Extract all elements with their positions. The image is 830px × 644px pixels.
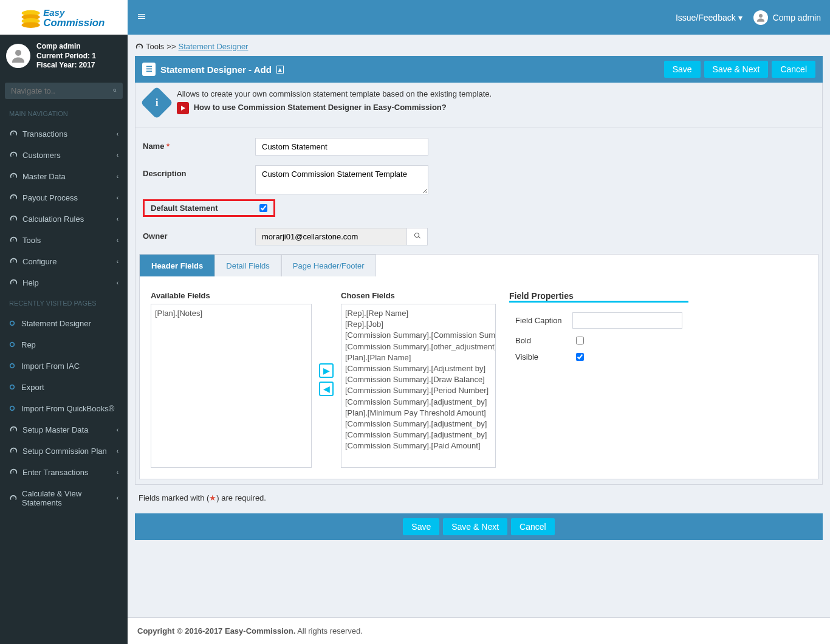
list-item[interactable]: [Commission Summary].[Draw Balance] (345, 374, 492, 385)
svg-text:Easy: Easy (43, 7, 65, 18)
list-item[interactable]: [Rep].[Rep Name] (345, 308, 492, 319)
sidebar-item-calculate-view-statements[interactable]: Calculate & View Statements‹ (0, 483, 128, 513)
available-fields-list[interactable]: [Plan].[Notes] (151, 304, 312, 468)
sidebar-item-enter-transactions[interactable]: Enter Transactions‹ (0, 462, 128, 483)
svg-point-3 (22, 22, 40, 27)
save-button-bottom[interactable]: Save (403, 518, 439, 535)
list-item[interactable]: [Commission Summary].[Paid Amount] (345, 440, 492, 451)
svg-point-8 (10, 343, 15, 347)
sidebar-item-customers[interactable]: Customers‹ (0, 145, 128, 166)
required-note: Fields marked with (★) are required. (135, 485, 823, 507)
info-icon: i (140, 86, 173, 119)
bold-checkbox[interactable] (576, 337, 584, 344)
move-left-button[interactable]: ◀ (319, 382, 334, 396)
list-item[interactable]: [Plan].[Notes] (155, 308, 307, 319)
user-fiscal: Fiscal Year: 2017 (36, 61, 96, 70)
chosen-fields-list[interactable]: [Rep].[Rep Name][Rep].[Job][Commission S… (341, 304, 496, 468)
logo[interactable]: Easy Commission (0, 0, 128, 35)
description-input[interactable]: Custom Commission Statement Template (255, 165, 428, 194)
recent-header: RECENTLY VISITED PAGES (0, 293, 128, 313)
recent-item[interactable]: Import From QuickBooks® (0, 398, 128, 419)
caret-down-icon: ▾ (738, 13, 743, 22)
topbar-user[interactable]: Comp admin (753, 10, 821, 25)
tab-page-header-footer[interactable]: Page Header/Footer (281, 255, 376, 276)
avatar-icon (753, 10, 768, 25)
cancel-button[interactable]: Cancel (772, 61, 815, 78)
search-input[interactable] (11, 86, 113, 95)
visible-checkbox[interactable] (576, 353, 584, 361)
name-input[interactable] (255, 138, 428, 156)
document-icon: ☰ (142, 63, 156, 76)
recent-item[interactable]: Statement Designer (0, 313, 128, 334)
list-item[interactable]: [Plan].[Plan Name] (345, 352, 492, 363)
list-item[interactable]: [Commission Summary].[Period Number] (345, 385, 492, 396)
play-icon[interactable] (177, 102, 189, 114)
page-title: Statement Designer - Add (160, 64, 272, 75)
menu-toggle[interactable] (137, 12, 146, 23)
cancel-button-bottom[interactable]: Cancel (511, 518, 555, 535)
owner-lookup-button[interactable] (407, 228, 428, 245)
move-right-button[interactable]: ▶ (319, 363, 334, 378)
sidebar-item-setup-master-data[interactable]: Setup Master Data‹ (0, 419, 128, 440)
list-item[interactable]: [Commission Summary].[other_adjustment] (345, 341, 492, 352)
list-item[interactable]: [Commission Summary].[adjustment_by] (345, 430, 492, 440)
collapse-icon[interactable]: ▴ (276, 66, 284, 74)
sidebar-item-setup-commission-plan[interactable]: Setup Commission Plan‹ (0, 440, 128, 462)
svg-point-12 (759, 14, 763, 18)
panel-header: ☰ Statement Designer - Add ▴ Save Save &… (135, 56, 823, 83)
sidebar-item-transactions[interactable]: Transactions‹ (0, 123, 128, 145)
breadcrumb: Tools >> Statement Designer (135, 42, 823, 51)
default-statement-highlight: Default Statement (143, 199, 275, 217)
user-name: Comp admin (36, 42, 96, 52)
list-item[interactable]: [Rep].[Job] (345, 319, 492, 330)
list-item[interactable]: [Plan].[Minimum Pay Threshold Amount] (345, 408, 492, 419)
user-panel: Comp admin Current Period: 1 Fiscal Year… (0, 35, 128, 78)
svg-text:Commission: Commission (43, 17, 105, 29)
tab-header-fields[interactable]: Header Fields (140, 255, 214, 276)
footer: Copyright © 2016-2017 Easy-Commission. A… (128, 617, 830, 644)
list-item[interactable]: [Commission Summary].[Commission Summary… (345, 330, 492, 341)
sidebar-item-help[interactable]: Help‹ (0, 272, 128, 293)
sidebar-item-payout-process[interactable]: Payout Process‹ (0, 187, 128, 208)
save-next-button[interactable]: Save & Next (704, 61, 769, 78)
dashboard-icon (135, 43, 143, 51)
howto-link[interactable]: How to use Commission Statement Designer… (194, 103, 447, 112)
owner-input (255, 228, 407, 245)
list-item[interactable]: [Commission Summary].[adjustment_by] (345, 419, 492, 430)
search-icon (113, 86, 117, 95)
field-caption-input[interactable] (572, 312, 682, 329)
nav-search[interactable] (5, 83, 123, 99)
breadcrumb-link[interactable]: Statement Designer (179, 42, 249, 51)
svg-point-7 (10, 321, 15, 326)
avatar (6, 44, 30, 68)
default-statement-checkbox[interactable] (259, 204, 267, 212)
svg-point-9 (10, 364, 15, 368)
user-period: Current Period: 1 (36, 52, 96, 61)
save-next-button-bottom[interactable]: Save & Next (443, 518, 507, 535)
issue-feedback-link[interactable]: Issue/Feedback ▾ (676, 13, 743, 22)
svg-point-6 (15, 50, 21, 56)
svg-point-11 (10, 406, 15, 411)
sidebar-item-configure[interactable]: Configure‹ (0, 251, 128, 272)
info-strip: i Allows to create your own commission s… (135, 83, 823, 128)
save-button[interactable]: Save (664, 61, 701, 78)
tab-detail-fields[interactable]: Detail Fields (214, 255, 281, 276)
nav-header: MAIN NAVIGATION (0, 104, 128, 123)
svg-point-10 (10, 385, 15, 389)
list-item[interactable]: [Commission Summary].[Adjustment by] (345, 363, 492, 374)
recent-item[interactable]: Import From IAC (0, 355, 128, 377)
sidebar-item-tools[interactable]: Tools‹ (0, 230, 128, 251)
recent-item[interactable]: Export (0, 377, 128, 398)
list-item[interactable]: [Commission Summary].[adjustment_by] (345, 397, 492, 408)
recent-item[interactable]: Rep (0, 334, 128, 355)
sidebar-item-calculation-rules[interactable]: Calculation Rules‹ (0, 208, 128, 230)
sidebar-item-master-data[interactable]: Master Data‹ (0, 166, 128, 187)
